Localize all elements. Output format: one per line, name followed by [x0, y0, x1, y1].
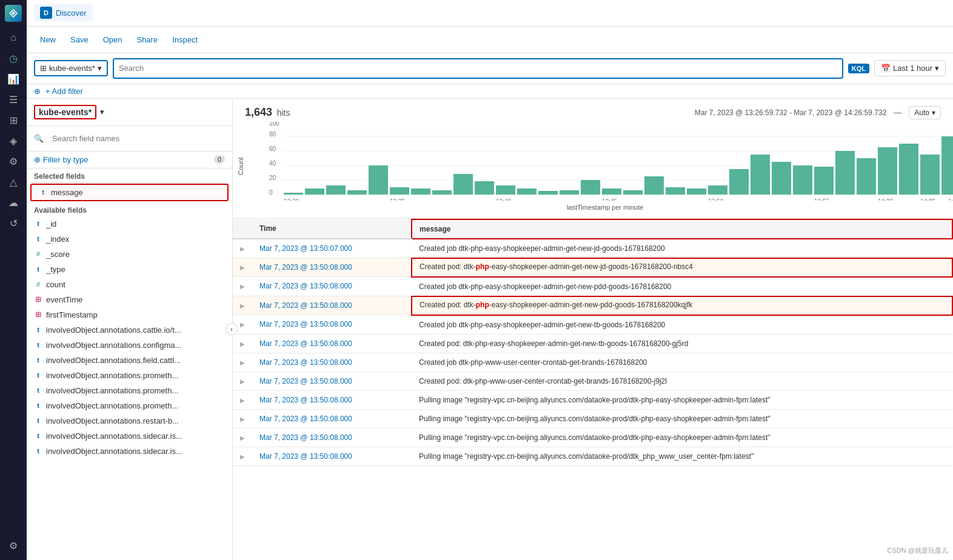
table-row: ▶ Mar 7, 2023 @ 13:50:08.000 Created pod… — [233, 334, 952, 353]
field-_id[interactable]: t _id — [27, 216, 232, 232]
field-involved-prometh3[interactable]: t involvedObject.annotations.prometh... — [27, 398, 232, 413]
field-involved-configma[interactable]: t involvedObject.annotations.configma... — [27, 338, 232, 353]
save-button[interactable]: Save — [64, 32, 95, 47]
svg-text:14:00: 14:00 — [878, 198, 893, 201]
svg-text:40: 40 — [269, 160, 276, 167]
sidebar-collapse-toggle[interactable]: ‹ — [226, 323, 238, 335]
msg-cell-6: Created job dtk-php-www-user-center-cron… — [412, 353, 952, 372]
svg-text:13:45: 13:45 — [602, 198, 617, 201]
field-involved-sidecar1[interactable]: t involvedObject.annotations.sidecar.is.… — [27, 428, 232, 444]
inspect-button[interactable]: Inspect — [166, 32, 204, 47]
field-involved-prometh1[interactable]: t involvedObject.annotations.prometh... — [27, 368, 232, 383]
filter-type-icon: ⊕ — [34, 155, 41, 164]
svg-rect-37 — [835, 151, 855, 195]
index-selector[interactable]: ⊞ kube-events* ▾ — [34, 60, 108, 76]
open-button[interactable]: Open — [97, 32, 129, 47]
kql-badge[interactable]: KQL — [848, 64, 869, 73]
svg-rect-16 — [390, 187, 409, 195]
expand-row-10[interactable]: ▶ — [240, 435, 245, 441]
field-count[interactable]: # count — [27, 277, 232, 292]
nav-icon-alert[interactable]: △ — [4, 172, 23, 192]
field-name-involved-restart: involvedObject.annotations.restart-b... — [46, 416, 179, 425]
field-type-icon-t3: t — [34, 326, 42, 333]
svg-rect-21 — [496, 185, 515, 195]
field-type-icon-t: t — [34, 265, 42, 273]
expand-row-9[interactable]: ▶ — [240, 416, 245, 422]
expand-row-7[interactable]: ▶ — [240, 378, 245, 385]
field-name-involved-sidecar2: involvedObject.annotations.sidecar.is... — [46, 447, 182, 456]
expand-row-2[interactable]: ▶ — [240, 283, 245, 290]
time-col-header[interactable]: Time — [252, 219, 412, 239]
add-filter-button[interactable]: + Add filter — [45, 87, 83, 96]
discover-tab-label: Discover — [56, 8, 87, 18]
nav-icon-tag[interactable]: ⊞ — [4, 110, 23, 130]
sidebar: kube-events* ▾ 🔍 ⊕ Filter by type 0 Sele… — [27, 99, 233, 560]
auto-label: Auto — [914, 108, 929, 117]
filter-by-type-button[interactable]: ⊕ Filter by type — [34, 155, 88, 164]
svg-rect-41 — [920, 155, 940, 195]
field-_type[interactable]: t _type — [27, 262, 232, 277]
expand-row-11[interactable]: ▶ — [240, 453, 245, 460]
field-_index[interactable]: t _index — [27, 232, 232, 247]
search-input[interactable] — [119, 64, 837, 73]
table-row: ▶ Mar 7, 2023 @ 13:50:08.000 Pulling ima… — [233, 428, 952, 447]
expand-row-5[interactable]: ▶ — [240, 341, 245, 347]
discover-tab[interactable]: D Discover — [34, 4, 93, 21]
nav-icon-chart[interactable]: 📊 — [4, 69, 23, 88]
field-_score[interactable]: # _score — [27, 247, 232, 262]
field-involved-sidecar2[interactable]: t involvedObject.annotations.sidecar.is.… — [27, 444, 232, 459]
nav-icon-wifi[interactable]: ☁ — [4, 193, 23, 212]
nav-icon-home[interactable]: ⌂ — [4, 28, 23, 47]
time-picker[interactable]: 📅 Last 1 hour ▾ — [874, 60, 946, 76]
calendar-icon: 📅 — [881, 64, 891, 73]
content-area: 1,643 hits Mar 7, 2023 @ 13:26:59.732 - … — [233, 99, 953, 560]
field-type-icon-t5: t — [34, 356, 42, 364]
expand-row-8[interactable]: ▶ — [240, 397, 245, 404]
share-button[interactable]: Share — [130, 32, 164, 47]
sidebar-search-icon: 🔍 — [34, 134, 44, 143]
table-row: ▶ Mar 7, 2023 @ 13:50:07.000 Created job… — [233, 239, 952, 258]
nav-icon-wrench[interactable]: ↺ — [4, 213, 23, 233]
nav-icon-map[interactable]: ◈ — [4, 131, 23, 150]
expand-row-4[interactable]: ▶ — [240, 321, 245, 328]
field-involved-cattle[interactable]: t involvedObject.annotations.cattle.io/t… — [27, 322, 232, 338]
left-navigation: ⌂ ◷ 📊 ☰ ⊞ ◈ ⚙ △ ☁ ↺ ⚙ — [0, 0, 27, 560]
auto-select-dropdown[interactable]: Auto ▾ — [909, 106, 941, 119]
time-cell-10: Mar 7, 2023 @ 13:50:08.000 — [252, 428, 412, 447]
field-type-icon-t11: t — [34, 447, 42, 455]
svg-rect-30 — [687, 188, 706, 195]
field-involved-prometh2[interactable]: t involvedObject.annotations.prometh... — [27, 383, 232, 398]
field-involved-restart[interactable]: t involvedObject.annotations.restart-b..… — [27, 413, 232, 428]
expand-row-6[interactable]: ▶ — [240, 359, 245, 366]
expand-row-1[interactable]: ▶ — [240, 264, 245, 271]
nav-icon-list[interactable]: ☰ — [4, 90, 23, 109]
new-button[interactable]: New — [34, 32, 62, 47]
nav-icon-gear[interactable]: ⚙ — [4, 152, 23, 171]
table-header: Time message — [233, 219, 952, 239]
field-name-involved-prometh1: involvedObject.annotations.prometh... — [46, 371, 178, 380]
field-type-icon-n: # — [34, 250, 42, 258]
field-type-icon-t9: t — [34, 417, 42, 424]
chart-y-label: Count — [237, 158, 244, 175]
field-eventTime[interactable]: ⊞ eventTime — [27, 292, 232, 307]
table-row: ▶ Mar 7, 2023 @ 13:50:08.000 Created job… — [233, 277, 952, 296]
message-col-header[interactable]: message — [412, 219, 952, 239]
field-type-icon-t4: t — [34, 341, 42, 348]
field-involved-field-cattl[interactable]: t involvedObject.annotations.field.cattl… — [27, 353, 232, 368]
expand-row-3[interactable]: ▶ — [240, 302, 245, 309]
sidebar-index-selector[interactable]: kube-events* ▾ — [27, 99, 232, 126]
nav-icon-clock[interactable]: ◷ — [4, 48, 23, 68]
svg-text:0: 0 — [269, 189, 273, 196]
field-firstTimestamp[interactable]: ⊞ firstTimestamp — [27, 307, 232, 322]
expand-row-0[interactable]: ▶ — [240, 245, 245, 252]
selected-field-message[interactable]: t message — [30, 184, 229, 201]
time-cell-6: Mar 7, 2023 @ 13:50:08.000 — [252, 353, 412, 372]
svg-rect-23 — [538, 191, 558, 195]
nav-icon-settings[interactable]: ⚙ — [4, 536, 23, 555]
auto-dropdown-icon: ▾ — [932, 108, 935, 117]
index-name-label: kube-events* — [49, 64, 95, 73]
svg-text:20: 20 — [269, 175, 276, 181]
time-cell-3: Mar 7, 2023 @ 13:50:08.000 — [252, 296, 412, 315]
sidebar-search-input[interactable] — [47, 131, 225, 146]
time-cell-1: Mar 7, 2023 @ 13:50:08.000 — [252, 258, 412, 277]
